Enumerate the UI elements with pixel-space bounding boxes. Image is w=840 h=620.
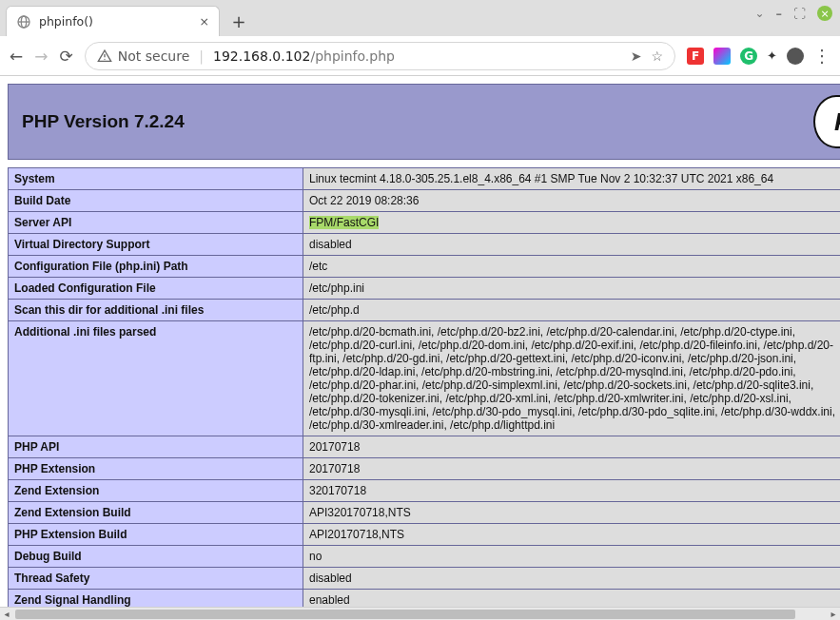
- table-row: Build DateOct 22 2019 08:28:36: [9, 190, 841, 212]
- window-controls: ⌄ – ⛶ ×: [754, 6, 832, 21]
- table-value: disabled: [303, 234, 841, 256]
- phpinfo-header: PHP Version 7.2.24 PH: [8, 84, 840, 160]
- table-row: PHP Extension BuildAPI20170718,NTS: [9, 524, 841, 546]
- forward-button[interactable]: →: [34, 47, 48, 66]
- table-value: 20170718: [303, 436, 841, 458]
- table-row: Scan this dir for additional .ini files/…: [9, 300, 841, 321]
- table-key: Scan this dir for additional .ini files: [9, 300, 303, 321]
- send-icon[interactable]: ➤: [631, 48, 642, 64]
- table-row: PHP API20170718: [9, 436, 841, 458]
- table-key: Thread Safety: [9, 568, 303, 590]
- table-value: disabled: [303, 568, 841, 590]
- window-maximize-icon[interactable]: ⛶: [793, 7, 806, 21]
- security-label: Not secure: [118, 48, 190, 64]
- tab-close-icon[interactable]: ×: [200, 14, 209, 29]
- horizontal-scrollbar[interactable]: ◂ ▸: [0, 607, 840, 620]
- php-logo-icon: PH: [813, 95, 840, 148]
- table-key: Debug Build: [9, 546, 303, 568]
- page-viewport: PHP Version 7.2.24 PH SystemLinux tecmin…: [0, 76, 840, 607]
- table-key: Build Date: [9, 190, 303, 212]
- table-value: no: [303, 546, 841, 568]
- table-row: SystemLinux tecmint 4.18.0-305.25.1.el8_…: [9, 168, 841, 190]
- table-row: Zend Signal Handlingenabled: [9, 590, 841, 608]
- table-row: Server APIFPM/FastCGI: [9, 212, 841, 234]
- url-text: 192.168.0.102/phpinfo.php: [213, 48, 621, 64]
- table-key: Zend Extension Build: [9, 502, 303, 524]
- toolbar: ← → ⟳ Not secure | 192.168.0.102/phpinfo…: [0, 36, 840, 76]
- table-value: API320170718,NTS: [303, 502, 841, 524]
- table-row: Loaded Configuration File/etc/php.ini: [9, 278, 841, 300]
- window-close-icon[interactable]: ×: [817, 6, 832, 21]
- table-row: PHP Extension20170718: [9, 458, 841, 480]
- scroll-right-icon[interactable]: ▸: [827, 609, 840, 619]
- table-value: Linux tecmint 4.18.0-305.25.1.el8_4.x86_…: [303, 168, 841, 190]
- table-value: Oct 22 2019 08:28:36: [303, 190, 841, 212]
- window-chevron-icon[interactable]: ⌄: [754, 7, 764, 20]
- extensions-puzzle-icon[interactable]: ✦: [767, 48, 777, 63]
- table-row: Thread Safetydisabled: [9, 568, 841, 590]
- table-value: /etc: [303, 256, 841, 278]
- table-row: Debug Buildno: [9, 546, 841, 568]
- phpinfo-table: SystemLinux tecmint 4.18.0-305.25.1.el8_…: [8, 167, 840, 607]
- globe-icon: [16, 14, 31, 29]
- table-key: PHP API: [9, 436, 303, 458]
- scroll-left-icon[interactable]: ◂: [0, 609, 13, 619]
- table-row: Configuration File (php.ini) Path/etc: [9, 256, 841, 278]
- scroll-track[interactable]: [13, 609, 827, 620]
- svg-point-4: [104, 58, 105, 59]
- back-button[interactable]: ←: [10, 47, 23, 66]
- table-value: 320170718: [303, 480, 841, 502]
- table-row: Zend Extension320170718: [9, 480, 841, 502]
- table-key: PHP Extension Build: [9, 524, 303, 546]
- scroll-thumb[interactable]: [15, 610, 795, 619]
- bookmark-star-icon[interactable]: ☆: [652, 48, 664, 64]
- extension-icons: F G ✦ ⋮: [687, 46, 830, 66]
- address-bar[interactable]: Not secure | 192.168.0.102/phpinfo.php ➤…: [85, 42, 675, 70]
- browser-tab-active[interactable]: phpinfo() ×: [6, 6, 220, 36]
- table-key: Virtual Directory Support: [9, 234, 303, 256]
- reload-button[interactable]: ⟳: [60, 47, 73, 66]
- table-value: /etc/php.ini: [303, 278, 841, 300]
- table-key: PHP Extension: [9, 458, 303, 480]
- new-tab-button[interactable]: +: [225, 8, 252, 34]
- table-value: /etc/php.d/20-bcmath.ini, /etc/php.d/20-…: [303, 321, 841, 436]
- table-value: API20170718,NTS: [303, 524, 841, 546]
- table-value: 20170718: [303, 458, 841, 480]
- table-value: FPM/FastCGI: [303, 212, 841, 234]
- extension-gradient-icon[interactable]: [713, 48, 731, 65]
- extension-grammarly-icon[interactable]: G: [740, 48, 757, 65]
- table-key: System: [9, 168, 303, 190]
- tab-title: phpinfo(): [39, 14, 192, 29]
- php-version-title: PHP Version 7.2.24: [22, 111, 185, 132]
- window-minimize-icon[interactable]: –: [776, 7, 783, 21]
- table-key: Configuration File (php.ini) Path: [9, 256, 303, 278]
- table-row: Virtual Directory Supportdisabled: [9, 234, 841, 256]
- warning-icon: [97, 48, 112, 64]
- menu-kebab-icon[interactable]: ⋮: [813, 46, 830, 66]
- phpinfo-page: PHP Version 7.2.24 PH SystemLinux tecmin…: [0, 76, 840, 607]
- table-key: Zend Extension: [9, 480, 303, 502]
- extension-flipboard-icon[interactable]: F: [687, 48, 704, 65]
- browser-chrome: ⌄ – ⛶ × phpinfo() × + ← → ⟳ Not secure |…: [0, 0, 840, 76]
- table-key: Server API: [9, 212, 303, 234]
- table-key: Zend Signal Handling: [9, 590, 303, 608]
- table-key: Loaded Configuration File: [9, 278, 303, 300]
- table-value: enabled: [303, 590, 841, 608]
- table-row: Zend Extension BuildAPI320170718,NTS: [9, 502, 841, 524]
- table-value: /etc/php.d: [303, 300, 841, 321]
- security-indicator[interactable]: Not secure: [97, 48, 190, 64]
- table-row: Additional .ini files parsed/etc/php.d/2…: [9, 321, 841, 436]
- tab-bar: phpinfo() × +: [0, 0, 840, 36]
- profile-avatar-icon[interactable]: [787, 48, 804, 65]
- table-key: Additional .ini files parsed: [9, 321, 303, 436]
